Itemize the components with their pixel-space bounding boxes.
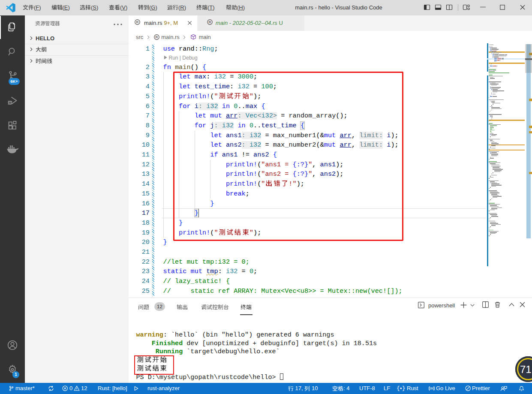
- svg-text:R: R: [209, 20, 211, 24]
- svg-text:R: R: [155, 35, 158, 39]
- svg-text:R: R: [136, 20, 139, 24]
